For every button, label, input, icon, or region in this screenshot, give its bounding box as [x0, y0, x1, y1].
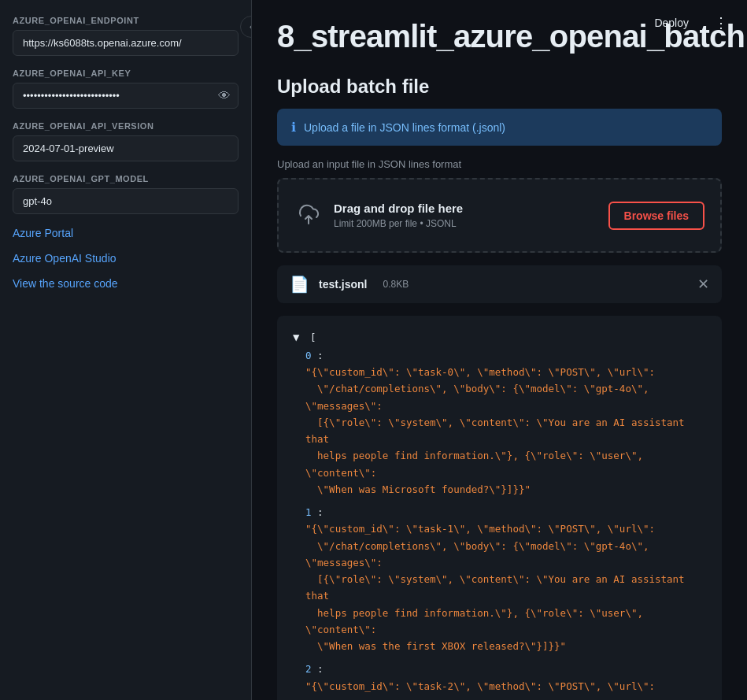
file-size: 0.8KB [383, 279, 409, 290]
code-index-1: 1 [305, 506, 312, 518]
file-item-left: 📄 test.jsonl 0.8KB [290, 275, 409, 294]
browse-files-button[interactable]: Browse files [608, 202, 704, 230]
gpt-model-label: AZURE_OPENAI_GPT_MODEL [13, 174, 239, 183]
upload-cloud-icon [294, 198, 323, 232]
sidebar: ‹ AZURE_OPENAI_ENDPOINT AZURE_OPENAI_API… [0, 0, 252, 700]
azure-openai-studio-link[interactable]: Azure OpenAI Studio [13, 252, 239, 265]
main-content: Deploy ⋮ 8_streamlit_azure_openai_batch … [252, 0, 747, 700]
code-index-0: 0 [305, 350, 312, 361]
view-source-code-link[interactable]: View the source code [13, 277, 239, 290]
top-bar: Deploy ⋮ [648, 11, 734, 35]
code-string-1: "{\"custom_id\": \"task-1\", \"method\":… [305, 523, 685, 652]
info-banner: ℹ Upload a file in JSON lines format (.j… [277, 109, 722, 146]
api-version-label: AZURE_OPENAI_API_VERSION [13, 121, 239, 131]
gpt-model-field-group: AZURE_OPENAI_GPT_MODEL [13, 174, 239, 214]
show-password-icon[interactable]: 👁 [218, 89, 231, 103]
endpoint-field-group: AZURE_OPENAI_ENDPOINT [13, 16, 239, 56]
drop-text-group: Drag and drop file here Limit 200MB per … [334, 202, 463, 229]
api-version-input[interactable] [13, 135, 239, 161]
code-string-2: "{\"custom_id\": \"task-2\", \"method\":… [305, 680, 655, 692]
drag-drop-text: Drag and drop file here [334, 202, 463, 215]
upload-label: Upload an input file in JSON lines forma… [277, 158, 722, 170]
api-key-label: AZURE_OPENAI_API_KEY [13, 69, 239, 78]
deploy-button[interactable]: Deploy [648, 13, 695, 32]
code-collapse-arrow[interactable]: ▼ [293, 331, 299, 343]
sidebar-collapse-button[interactable]: ‹ [240, 16, 252, 38]
info-icon: ℹ [291, 120, 296, 135]
info-banner-text: Upload a file in JSON lines format (.jso… [304, 121, 505, 134]
file-icon: 📄 [290, 275, 309, 294]
file-remove-button[interactable]: ✕ [697, 276, 709, 293]
api-key-input[interactable] [13, 83, 239, 109]
drop-zone[interactable]: Drag and drop file here Limit 200MB per … [277, 178, 722, 253]
api-key-input-wrapper: 👁 [13, 83, 239, 109]
file-name: test.jsonl [319, 278, 367, 291]
uploaded-file-item: 📄 test.jsonl 0.8KB ✕ [277, 265, 722, 303]
gpt-model-input[interactable] [13, 188, 239, 214]
section-title: Upload batch file [277, 76, 722, 98]
code-entry-1: 1 : "{\"custom_id\": \"task-1\", \"metho… [293, 504, 706, 654]
api-version-field-group: AZURE_OPENAI_API_VERSION [13, 121, 239, 161]
endpoint-input[interactable] [13, 30, 239, 56]
api-key-field-group: AZURE_OPENAI_API_KEY 👁 [13, 69, 239, 109]
code-string-0: "{\"custom_id\": \"task-0\", \"method\":… [305, 366, 685, 495]
endpoint-label: AZURE_OPENAI_ENDPOINT [13, 16, 239, 25]
drop-zone-left: Drag and drop file here Limit 200MB per … [294, 198, 463, 232]
code-index-2: 2 [305, 663, 312, 675]
code-entry-0: 0 : "{\"custom_id\": \"task-0\", \"metho… [293, 347, 706, 498]
code-block: ▼ [ 0 : "{\"custom_id\": \"task-0\", \"m… [277, 316, 722, 700]
azure-portal-link[interactable]: Azure Portal [13, 227, 239, 239]
limit-text: Limit 200MB per file • JSONL [334, 218, 463, 229]
more-options-button[interactable]: ⋮ [708, 11, 734, 35]
code-entry-2: 2 : "{\"custom_id\": \"task-2\", \"metho… [293, 661, 706, 694]
code-bracket-open: ▼ [ [293, 328, 706, 347]
